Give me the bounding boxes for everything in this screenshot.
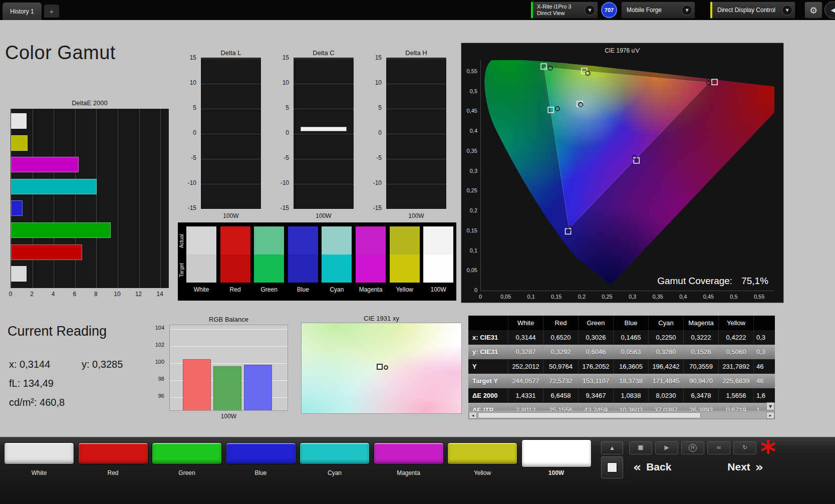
column-header: Magenta	[684, 316, 719, 330]
back-button[interactable]: «Back	[633, 458, 697, 475]
axis-tick-label: 0,4	[675, 294, 692, 300]
delta-ylabels-2: 151050-5-10-15	[363, 57, 384, 209]
gridline	[386, 109, 446, 109]
swatch-label: Cyan	[322, 286, 352, 293]
meter-selector[interactable]: X-Rite i1Pro 3 Direct View ▼	[531, 2, 598, 19]
axis-tick-label: -15	[177, 204, 196, 211]
axis-tick-label: 100	[149, 359, 164, 365]
pattern-button-cyan[interactable]: Cyan	[300, 437, 370, 504]
settings-button[interactable]: ⚙	[804, 2, 822, 19]
axis-tick-label: -15	[270, 204, 289, 211]
table-cell: 252,2012	[508, 359, 543, 374]
axis-tick-label: 0,5	[725, 294, 742, 300]
page-title: Color Gamut	[5, 42, 116, 64]
swatch-column-blue: Blue	[288, 226, 318, 293]
cie1931-plot	[301, 323, 462, 414]
current-reading-y: y: 0,3285	[82, 359, 123, 370]
refresh-button[interactable]: ↻	[733, 441, 756, 454]
target-swatch	[288, 255, 318, 283]
gridline	[170, 329, 288, 330]
pattern-button-white[interactable]: White	[4, 437, 74, 504]
table-row: x: CIE310,31440,65200,30260,14650,22500,…	[468, 330, 775, 345]
cie1931-marker-square	[377, 364, 383, 370]
axis-tick-label: 0,15	[461, 227, 477, 233]
gridline	[294, 159, 354, 159]
axis-tick-label: 0,1	[522, 294, 539, 300]
chevron-down-icon[interactable]: ▼	[585, 5, 595, 16]
next-chevrons-icon: »	[755, 460, 763, 474]
meter-count-badge[interactable]: 707	[601, 2, 617, 18]
axis-tick-label: 8	[90, 291, 102, 298]
display-control-selector[interactable]: Direct Display Control ▼	[710, 2, 795, 19]
table-hscrollbar[interactable]: ◂ ▸	[468, 411, 775, 419]
pattern-button-100w[interactable]: 100W	[521, 437, 592, 504]
axis-tick-label: 0,25	[461, 187, 477, 193]
deltae-bar-blue	[11, 200, 23, 216]
tab-add[interactable]: +	[44, 5, 59, 18]
rgb-balance-title: RGB Balance	[169, 316, 288, 323]
table-cell: 0,3222	[684, 330, 719, 345]
gridline	[201, 109, 261, 109]
loop-button[interactable]: ∞	[707, 441, 730, 454]
table-corner	[468, 316, 508, 330]
pattern-button-magenta[interactable]: Magenta	[374, 437, 444, 504]
axis-tick-label: 102	[149, 342, 164, 348]
cie1976-xlabels: 00,050,10,150,20,250,30,350,40,450,50,55	[480, 294, 774, 301]
swatch-label: Magenta	[356, 286, 386, 293]
pattern-button-blue[interactable]: Blue	[226, 437, 296, 504]
pattern-source-selector[interactable]: Mobile Forge ▼	[621, 2, 695, 19]
scroll-right-button[interactable]: ▸	[766, 412, 774, 419]
axis-tick-label: 4	[47, 291, 59, 298]
axis-tick-label: 0	[5, 291, 17, 298]
pattern-button-red[interactable]: Red	[78, 437, 148, 504]
back-label: Back	[646, 461, 671, 473]
axis-tick-label: 0	[270, 129, 289, 136]
table-scroll-down-button[interactable]: ▼	[766, 402, 774, 410]
delta-h-xlabel: 100W	[386, 212, 447, 219]
chevron-down-icon[interactable]: ▼	[682, 5, 692, 16]
meter-line2: Direct View	[537, 10, 571, 17]
axis-tick-label: 0	[363, 129, 382, 136]
scroll-left-button[interactable]: ◂	[469, 412, 477, 419]
target-swatch	[322, 255, 352, 283]
tab-history[interactable]: History 1	[3, 3, 42, 20]
column-header: Cyan	[649, 316, 684, 330]
deltae-plot	[10, 108, 169, 289]
pattern-swatch	[447, 442, 517, 464]
table-cell: 0,3287	[508, 345, 543, 359]
table-cell: 90,9470	[684, 374, 719, 388]
pattern-label: Magenta	[374, 469, 444, 476]
pattern-button-green[interactable]: Green	[152, 437, 222, 504]
delta-plot-0	[200, 57, 261, 209]
bottom-bar: WhiteRedGreenBlueCyanMagentaYellow100W ▲…	[0, 437, 835, 504]
table-cell: 244,0577	[508, 374, 543, 388]
swatch-label: Green	[254, 286, 284, 293]
scrollbar-thumb[interactable]	[478, 412, 701, 418]
gridline	[294, 134, 354, 134]
collapse-button[interactable]: ◀	[824, 2, 835, 19]
gridline	[386, 84, 446, 84]
gridline	[139, 109, 140, 288]
deltae-bar-magenta	[11, 157, 79, 172]
swatch-column-100w: 100W	[423, 226, 453, 293]
pattern-button-yellow[interactable]: Yellow	[447, 437, 517, 504]
next-button[interactable]: Next»	[699, 458, 763, 475]
gridline	[294, 184, 354, 184]
table-row: ΔE ITP2,801225,155643,245910,360337,0387…	[468, 403, 775, 411]
pattern-source-label: Mobile Forge	[622, 7, 662, 14]
pattern-window-up-button[interactable]: ▲	[601, 441, 623, 454]
axis-tick-label: -5	[270, 154, 289, 161]
gridline	[294, 209, 354, 209]
stop-button[interactable]: ■	[629, 441, 652, 454]
pattern-window-button[interactable]	[601, 456, 623, 478]
table-cell: 225,6839	[719, 374, 754, 388]
axis-tick-label: 15	[270, 54, 289, 61]
topbar: History 1 + X-Rite i1Pro 3 Direct View ▼…	[0, 0, 835, 20]
play-button[interactable]: ▶	[655, 441, 678, 454]
axis-tick-label: 0,3	[624, 294, 641, 300]
history-button[interactable]: H	[681, 441, 704, 454]
axis-tick-label: 5	[177, 104, 196, 111]
rgb-bar-blue	[244, 365, 272, 411]
chevron-down-icon[interactable]: ▼	[782, 5, 792, 16]
swatch-column-magenta: Magenta	[356, 226, 386, 293]
